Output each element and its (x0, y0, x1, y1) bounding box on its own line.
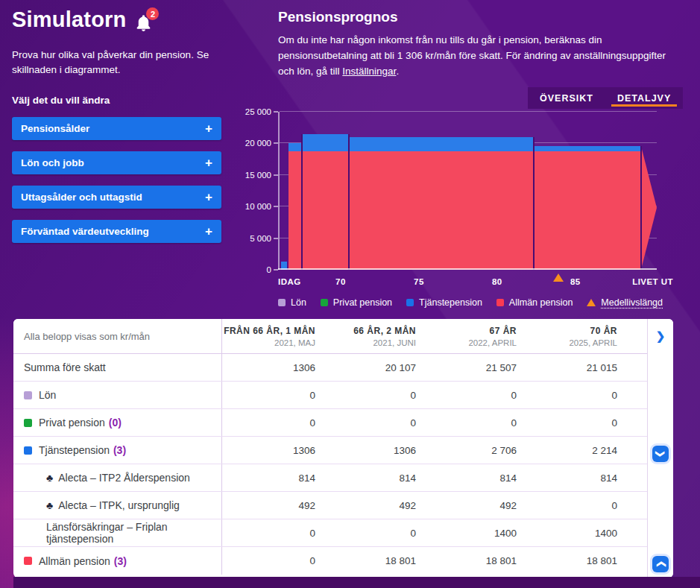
notifications-button[interactable]: 2 (133, 9, 156, 34)
chart-segment (281, 112, 287, 270)
column-title: 66 ÅR, 2 MÅN (323, 326, 416, 336)
notification-badge: 2 (146, 7, 159, 20)
chevron-up-icon: ❯ (655, 450, 666, 458)
row-value-cell: 492 (222, 500, 323, 511)
row-label-cell: Privat pension(0) (13, 409, 222, 436)
table-main: Alla belopp visas som kr/månFRÅN 66 ÅR, … (13, 319, 647, 578)
row-label: Summa före skatt (24, 361, 106, 373)
legend-label: Privat pension (333, 297, 392, 308)
row-label: Alecta – ITP2 Ålderspension (58, 472, 190, 484)
plus-icon: + (205, 225, 212, 238)
row-color-swatch (24, 391, 32, 399)
row-label: Länsförsäkringar – Friplan tjänstepensio… (46, 521, 221, 545)
prognosis-description: Om du inte har någon inkomst från nu til… (278, 33, 675, 80)
accordion-uttagsalder[interactable]: Uttagsålder och uttagstid + (12, 186, 221, 209)
column-header: 70 ÅR2025, APRIL (524, 326, 647, 347)
x-tick-label: 75 (414, 277, 424, 286)
row-label-cell: Lön (13, 382, 222, 408)
y-tick-label: 10 000 (245, 202, 271, 211)
legend-swatch-icon (496, 299, 504, 306)
table-note: Alla belopp visas som kr/mån (13, 319, 222, 353)
accordion-pensionsalder[interactable]: Pensionsålder + (12, 117, 221, 140)
medellivslangd-marker (553, 274, 564, 282)
table-row: Lön0000 (13, 382, 647, 409)
row-value-cell: 21 507 (423, 362, 524, 373)
row-value-cell: 492 (423, 500, 524, 511)
y-tick-mark (274, 142, 278, 144)
allman-pension-area (534, 151, 641, 270)
legend-item[interactable]: Medellivslängd (587, 297, 663, 308)
row-color-swatch (24, 557, 32, 565)
row-value-cell: 0 (222, 390, 323, 401)
row-count: (3) (114, 555, 127, 567)
installningar-link[interactable]: Inställningar (342, 66, 396, 77)
table-note-text: Alla belopp visas som kr/mån (24, 331, 150, 342)
x-tick-label: IDAG (278, 277, 301, 286)
chart-segment (534, 112, 641, 270)
row-value-cell: 814 (323, 472, 423, 484)
accordion-lon-och-jobb[interactable]: Lön och jobb + (12, 151, 221, 174)
accordion-label: Pensionsålder (21, 123, 89, 134)
tab-oversikt[interactable]: ÖVERSIKT (528, 87, 605, 109)
table-row: ♣Alecta – ITPK, ursprunglig4924924920 (13, 492, 647, 519)
row-label: Alecta – ITPK, ursprunglig (58, 499, 180, 511)
row-value-cell: 0 (323, 417, 423, 429)
row-value-cell: 21 015 (524, 362, 647, 373)
y-tick-mark (274, 174, 278, 176)
tab-detaljvy[interactable]: DETALJVY (605, 87, 683, 109)
row-value-cell: 0 (524, 500, 647, 511)
plus-icon: + (205, 157, 212, 169)
allman-pension-area (288, 151, 302, 270)
legend-item: Tjänstepension (406, 297, 482, 308)
row-value-cell: 1400 (524, 528, 647, 539)
plus-icon: + (205, 122, 212, 135)
legend-label: Lön (291, 297, 306, 308)
chevron-down-icon: ❯ (655, 560, 666, 568)
accordion-vardeutveckling[interactable]: Förväntad värdeutveckling + (12, 220, 221, 243)
app-title: Simulatorn (12, 7, 126, 32)
row-value-cell: 1306 (323, 445, 423, 456)
allman-pension-area (302, 151, 349, 270)
table-row: Summa före skatt130620 10721 50721 015 (13, 354, 647, 382)
x-tick-label: 70 (335, 277, 346, 286)
y-tick-label: 0 (267, 265, 271, 274)
legend-label: Allmän pension (509, 297, 573, 308)
next-columns-button[interactable]: ❯ (656, 329, 666, 343)
tjanstepension-area (534, 146, 641, 151)
view-tabs: ÖVERSIKT DETALJVY (528, 87, 683, 109)
row-value-cell: 1306 (222, 445, 323, 456)
table-row: Privat pension(0)0000 (13, 409, 647, 437)
x-tick-label: LIVET UT (632, 277, 673, 286)
row-label-cell: Summa före skatt (13, 354, 222, 381)
chart-segment (288, 112, 302, 270)
row-value-cell: 814 (524, 472, 647, 484)
row-value-cell: 1400 (423, 528, 524, 539)
y-tick-label: 5 000 (250, 234, 271, 243)
row-value-cell: 492 (323, 500, 423, 511)
scroll-up-button[interactable]: ❯ (652, 446, 669, 462)
segment-divider (348, 134, 350, 270)
segment-divider (301, 134, 303, 270)
row-label-cell: ♣Alecta – ITPK, ursprunglig (13, 492, 222, 519)
bell-icon (133, 23, 154, 36)
row-value-cell: 0 (423, 417, 524, 429)
row-value-cell: 0 (323, 390, 423, 401)
row-value-cell: 0 (423, 390, 524, 401)
row-value-cell: 814 (423, 472, 524, 484)
column-title: 70 ÅR (524, 326, 617, 336)
chart-segment (349, 112, 534, 270)
accordion-label: Lön och jobb (21, 157, 84, 168)
chart-legend: LönPrivat pensionTjänstepensionAllmän pe… (278, 297, 663, 308)
scroll-down-button[interactable]: ❯ (652, 556, 669, 572)
chevron-right-icon: ❯ (656, 329, 666, 343)
row-label-cell: Allmän pension(3) (13, 547, 222, 575)
x-tick-label: 85 (570, 277, 581, 286)
sidebar-intro-text: Prova hur olika val påverkar din pension… (12, 48, 213, 78)
table-row: Tjänstepension(3)130613062 7062 214 (13, 437, 647, 464)
row-value-cell: 0 (524, 390, 647, 401)
tjanstepension-area (302, 134, 349, 151)
y-tick-label: 20 000 (245, 139, 271, 148)
description-period: . (396, 66, 399, 77)
column-title: 67 ÅR (423, 326, 517, 336)
row-label-cell: Tjänstepension(3) (13, 437, 222, 464)
